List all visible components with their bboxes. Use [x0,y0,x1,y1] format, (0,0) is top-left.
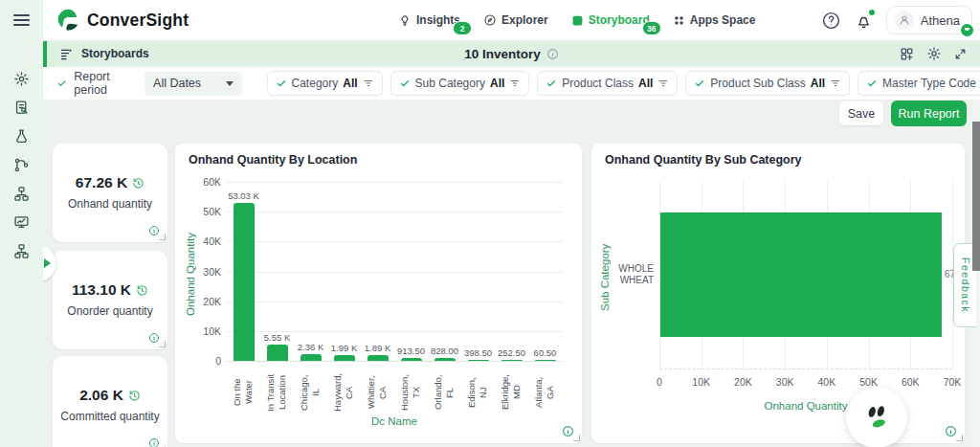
report-period-filter: Report period All Dates [56,70,242,97]
resize-handle[interactable] [956,435,963,441]
bar-atlanta-ga[interactable] [535,360,556,362]
add-widget-button[interactable] [900,47,914,61]
bar-edison-nj[interactable] [468,360,489,362]
chart-onhand-by-location: Onhand Quantity By Location 60K50K40K30K… [175,144,582,443]
help-button[interactable] [821,11,841,31]
y-axis-title: Onhand Quantity [185,212,196,337]
filter-lines-icon [830,78,841,89]
filter-chip-master-type-code[interactable]: Master Type CodeAll [858,71,980,96]
bar-whole-wheat[interactable] [660,212,942,337]
expand-button[interactable] [954,48,967,60]
bar-in-transit-location[interactable] [267,345,288,361]
bar-hayward-ca[interactable] [334,355,355,361]
filter-lines-icon [363,78,374,89]
notification-dot [869,10,875,15]
run-report-button[interactable]: Run Report [891,101,967,126]
x-tick-label: 40K [808,376,846,388]
presentation-icon[interactable] [13,214,31,232]
filter-chip-product-class[interactable]: Product ClassAll [537,71,678,96]
filter-chip-label: Product Class [562,77,634,90]
nav-item-apps-space[interactable]: Apps Space [673,13,756,27]
gridline [227,302,562,302]
history-icon[interactable] [128,390,141,402]
filter-chip-value: All [490,77,504,90]
nav-item-storyboard[interactable]: Storyboard36 [571,13,650,27]
nav-item-label: Storyboard [589,13,650,27]
chart-title: Onhand Quantity By Sub Category [605,153,802,167]
menu-toggle[interactable] [0,0,43,40]
chart-onhand-by-subcategory: Onhand Quantity By Sub Category 010K20K3… [591,144,965,443]
check-icon [399,78,411,89]
kpi-card-onorder: 113.10 KOnorder quantity [53,251,167,349]
kpi-label: Onorder quantity [53,304,167,318]
brand-logo[interactable]: ConverSight [56,8,189,33]
hamburger-icon [13,11,30,29]
bar-value-label: 53.03 K [221,190,267,201]
x-tick-label: 0 [640,376,679,388]
settings-icon[interactable] [13,71,31,88]
filter-bar: Report period All Dates CategoryAllSub C… [43,67,980,101]
filter-chip-product-sub-class[interactable]: Product Sub ClassAll [685,71,850,96]
kpi-label: Committed quantity [53,410,167,423]
x-category-label: Atlanta, GA [533,367,558,418]
x-tick-label: 10K [682,376,721,388]
kpi-card-onhand: 67.26 KOnhand quantity [53,144,167,242]
bar-on-the-water[interactable] [234,203,255,361]
lab-flask-icon[interactable] [13,128,31,145]
settings-button[interactable] [926,46,942,61]
history-icon[interactable] [136,284,148,297]
resize-handle[interactable] [159,234,166,240]
x-axis-line [659,369,952,369]
scrollbar-thumb[interactable] [972,122,980,271]
gridline [227,212,562,212]
feedback-label: Feedback [960,257,971,313]
x-tick-label: 60K [891,376,929,388]
gridline [227,241,562,242]
info-icon[interactable] [546,48,559,60]
user-menu[interactable]: Athena [886,6,972,34]
bar-elkridge-md[interactable] [501,360,523,362]
x-category-label: In Transit Location [265,367,290,418]
hierarchy-icon[interactable] [13,186,31,203]
hierarchy-2-icon[interactable] [13,243,31,260]
page-title: 10 Inventory [464,47,541,61]
bar-houston-tx[interactable] [401,358,422,361]
bar-orlando-fl[interactable] [434,358,456,361]
resize-handle[interactable] [573,435,580,441]
x-category-label: Hayward, CA [332,367,357,418]
report-period-dropdown[interactable]: All Dates [145,72,241,96]
kpi-value-row: 67.26 K [53,174,167,191]
x-tick-label: 30K [766,376,804,388]
bar-whittier-ca[interactable] [368,355,389,361]
y-category-label: WHOLE WHEAT [610,263,654,285]
nav-item-explorer[interactable]: Explorer [483,13,548,27]
play-icon [44,258,51,268]
kpi-value: 113.10 K [72,281,131,299]
notifications-button[interactable] [855,11,873,30]
report-doc-icon[interactable] [13,100,31,117]
workflow-icon[interactable] [13,157,31,174]
filter-chip-sub-category[interactable]: Sub CategoryAll [390,71,530,96]
filter-chip-label: Category [292,77,339,90]
save-button[interactable]: Save [839,101,883,125]
bar-chicago-il[interactable] [301,354,322,361]
x-tick-label: 50K [850,376,888,388]
primary-nav: Insights2ExplorerStoryboard36Apps Space [398,0,755,40]
gridline [227,361,562,362]
history-icon[interactable] [132,177,145,190]
storyboard-icon [571,14,584,27]
filter-chip-label: Sub Category [415,77,485,90]
conversight-mark-icon [858,399,895,436]
storyboard-title-wrap: 10 Inventory [43,40,980,67]
left-sidebar [0,40,43,447]
apps-icon [673,14,685,27]
filter-chip-label: Master Type Code [882,77,976,90]
filter-chip-value: All [811,77,825,90]
kpi-value: 2.06 K [79,387,123,404]
nav-item-insights[interactable]: Insights2 [398,13,460,27]
resize-handle[interactable] [159,341,166,347]
athena-assistant-button[interactable] [846,387,907,447]
kpi-value-row: 2.06 K [53,387,167,404]
report-period-value: All Dates [153,77,201,90]
filter-chip-category[interactable]: CategoryAll [267,71,383,96]
